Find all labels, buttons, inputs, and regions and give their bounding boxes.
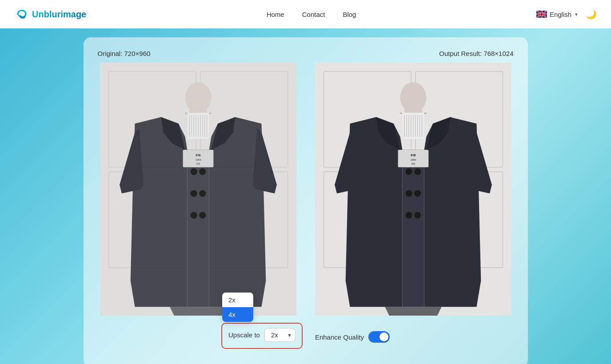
flag-icon [536, 11, 547, 18]
labels-row: Original: 720×960 Output Result: 768×102… [96, 50, 515, 57]
original-image-container: KB 1983 DS [96, 63, 300, 316]
toggle-knob [379, 332, 388, 341]
svg-rect-60 [333, 194, 342, 200]
svg-point-26 [199, 212, 206, 219]
language-selector[interactable]: English ▼ [536, 11, 579, 18]
svg-point-54 [414, 190, 421, 197]
logo-area[interactable]: Unblurimage [14, 7, 86, 21]
dropdown-popup: 2x 4x [222, 293, 253, 322]
output-label: Output Result: 768×1024 [439, 50, 513, 57]
svg-rect-61 [487, 194, 495, 200]
output-coat-svg: KB 1983 DS [311, 63, 515, 316]
enhance-label: Enhance Quality [315, 333, 364, 341]
main-nav: Home Contact Blog [267, 11, 356, 18]
svg-point-22 [190, 190, 197, 197]
bottom-controls: 2x 4x Upscale to 2x 4x ▼ [96, 323, 515, 349]
output-image: KB 1983 DS [311, 63, 515, 316]
header: Unblurimage Home Contact Blog English ▼ … [0, 0, 611, 28]
enhance-quality-row: Enhance Quality [315, 331, 390, 349]
svg-point-53 [414, 168, 421, 175]
original-image: KB 1983 DS [96, 63, 300, 316]
original-label: Original: 720×960 [98, 50, 151, 57]
svg-point-23 [190, 212, 197, 219]
svg-rect-31 [118, 194, 127, 200]
nav-home[interactable]: Home [267, 11, 284, 18]
upscale-select[interactable]: 2x 4x [264, 328, 296, 342]
upscale-row: Upscale to 2x 4x ▼ [228, 328, 296, 342]
nav-contact[interactable]: Contact [302, 11, 325, 18]
original-coat-svg: KB 1983 DS [96, 63, 300, 316]
image-card: Original: 720×960 Output Result: 768×102… [84, 37, 528, 364]
language-label: English [550, 11, 571, 18]
svg-text:1983: 1983 [410, 158, 416, 161]
option-4x[interactable]: 4x [222, 307, 253, 322]
upscale-dropdown-region: 2x 4x Upscale to 2x 4x ▼ [221, 323, 303, 349]
output-image-container: KB 1983 DS [311, 63, 515, 316]
svg-point-25 [199, 190, 206, 197]
svg-point-6 [185, 82, 211, 113]
svg-text:1983: 1983 [195, 158, 201, 161]
nav-blog[interactable]: Blog [343, 11, 356, 18]
main-content: Original: 720×960 Output Result: 768×102… [0, 28, 611, 364]
svg-text:DS: DS [196, 162, 200, 165]
option-2x[interactable]: 2x [222, 293, 253, 307]
logo-text: Unblurimage [32, 9, 86, 20]
upscale-label: Upscale to [228, 331, 260, 339]
svg-rect-32 [272, 194, 280, 200]
svg-text:KB: KB [196, 153, 201, 157]
svg-text:DS: DS [411, 162, 415, 165]
svg-point-24 [199, 168, 206, 175]
header-right: English ▼ 🌙 [536, 9, 597, 20]
svg-point-51 [405, 190, 412, 197]
svg-point-52 [405, 212, 412, 219]
svg-point-50 [405, 168, 412, 175]
images-row: KB 1983 DS [96, 63, 515, 316]
svg-point-21 [190, 168, 197, 175]
svg-point-38 [400, 82, 426, 113]
svg-point-55 [414, 212, 421, 219]
upscale-dropdown-wrap: 2x 4x ▼ [264, 328, 296, 342]
logo-icon [14, 7, 28, 21]
dark-mode-toggle[interactable]: 🌙 [586, 9, 597, 20]
chevron-down-icon: ▼ [574, 12, 579, 17]
enhance-quality-toggle[interactable] [368, 331, 390, 343]
svg-text:KB: KB [411, 153, 416, 157]
